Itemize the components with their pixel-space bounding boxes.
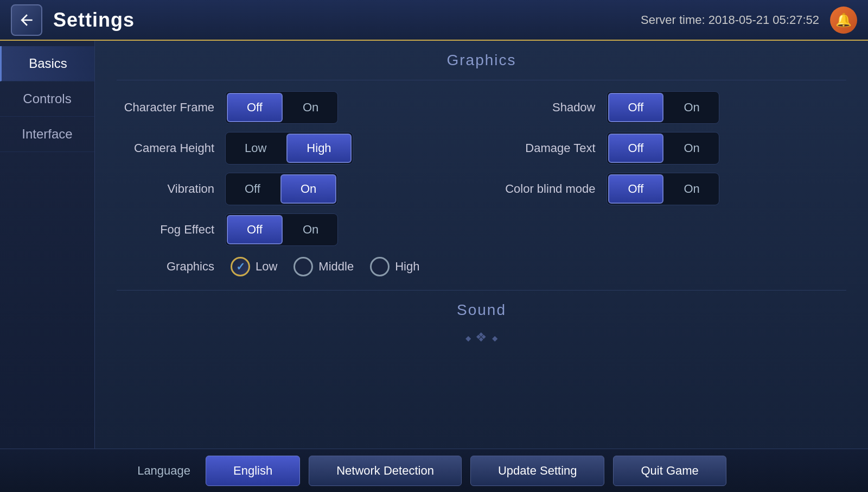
graphics-quality-row: Graphics Low Middle High: [117, 257, 846, 276]
english-button[interactable]: English: [206, 456, 300, 486]
color-blind-toggle: Off On: [607, 173, 719, 205]
deco-divider: ⬥ ❖ ⬥: [117, 330, 846, 345]
page-title: Settings: [53, 9, 641, 31]
quality-middle-label: Middle: [318, 260, 354, 274]
quality-high-radio[interactable]: [370, 257, 390, 276]
main-layout: Basics Controls Interface Graphics Chara…: [0, 41, 868, 449]
damage-text-row: Damage Text Off On: [498, 132, 847, 165]
sidebar-item-controls[interactable]: Controls: [0, 81, 94, 117]
camera-height-row: Camera Height Low High: [117, 132, 465, 165]
vibration-on-btn[interactable]: On: [280, 174, 336, 204]
character-frame-toggle: Off On: [225, 91, 338, 124]
camera-height-label: Camera Height: [117, 141, 214, 155]
graphics-divider: [117, 80, 846, 80]
fog-effect-row: Fog Effect Off On: [117, 213, 465, 246]
sound-section: Sound ⬥ ❖ ⬥: [117, 290, 846, 345]
fog-effect-toggle: Off On: [225, 213, 338, 246]
vibration-label: Vibration: [117, 182, 214, 196]
graphics-section-title: Graphics: [117, 52, 846, 69]
character-frame-row: Character Frame Off On: [117, 91, 465, 124]
network-detection-button[interactable]: Network Detection: [309, 456, 462, 486]
shadow-toggle: Off On: [607, 91, 719, 124]
quality-high-option[interactable]: High: [370, 257, 419, 276]
damage-text-off-btn[interactable]: Off: [608, 134, 664, 163]
shadow-row: Shadow Off On: [498, 91, 847, 124]
sidebar-item-basics[interactable]: Basics: [0, 46, 94, 81]
quality-middle-option[interactable]: Middle: [293, 257, 354, 276]
color-blind-label: Color blind mode: [498, 182, 596, 196]
sound-divider: [117, 290, 846, 291]
quality-middle-radio[interactable]: [293, 257, 313, 276]
vibration-toggle: Off On: [225, 173, 338, 205]
header: Settings Server time: 2018-05-21 05:27:5…: [0, 0, 868, 41]
sidebar: Basics Controls Interface: [0, 41, 95, 449]
damage-text-label: Damage Text: [498, 141, 596, 155]
notification-icon[interactable]: 🔔: [830, 7, 857, 34]
content-area: Graphics Character Frame Off On Shadow O…: [95, 41, 868, 449]
damage-text-toggle: Off On: [607, 132, 719, 165]
update-setting-button[interactable]: Update Setting: [470, 456, 605, 486]
quit-game-button[interactable]: Quit Game: [613, 456, 726, 486]
camera-height-toggle: Low High: [225, 132, 353, 165]
character-frame-off-btn[interactable]: Off: [227, 93, 283, 122]
graphics-quality-label: Graphics: [117, 260, 214, 274]
shadow-on-btn[interactable]: On: [665, 94, 718, 121]
fog-effect-off-btn[interactable]: Off: [227, 215, 283, 244]
quality-high-label: High: [395, 260, 419, 274]
vibration-off-btn[interactable]: Off: [226, 175, 279, 203]
camera-height-low-btn[interactable]: Low: [226, 135, 285, 162]
language-label: Language: [137, 464, 190, 478]
fog-effect-label: Fog Effect: [117, 223, 214, 237]
color-blind-on-btn[interactable]: On: [665, 175, 718, 203]
sidebar-item-interface[interactable]: Interface: [0, 117, 94, 152]
footer: Language English Network Detection Updat…: [0, 449, 868, 492]
quality-low-option[interactable]: Low: [231, 257, 277, 276]
character-frame-label: Character Frame: [117, 100, 214, 115]
back-button[interactable]: [11, 4, 42, 36]
color-blind-row: Color blind mode Off On: [498, 173, 847, 205]
shadow-label: Shadow: [498, 100, 596, 115]
fog-effect-on-btn[interactable]: On: [284, 216, 337, 243]
character-frame-on-btn[interactable]: On: [284, 94, 337, 121]
vibration-row: Vibration Off On: [117, 173, 465, 205]
server-time: Server time: 2018-05-21 05:27:52: [641, 13, 819, 27]
shadow-off-btn[interactable]: Off: [608, 93, 664, 122]
camera-height-high-btn[interactable]: High: [286, 134, 351, 163]
sound-section-title: Sound: [117, 301, 846, 319]
quality-low-radio[interactable]: [231, 257, 250, 276]
damage-text-on-btn[interactable]: On: [665, 135, 718, 162]
quality-low-label: Low: [256, 260, 277, 274]
color-blind-off-btn[interactable]: Off: [608, 174, 664, 204]
graphics-settings-grid: Character Frame Off On Shadow Off On Cam…: [117, 91, 846, 246]
